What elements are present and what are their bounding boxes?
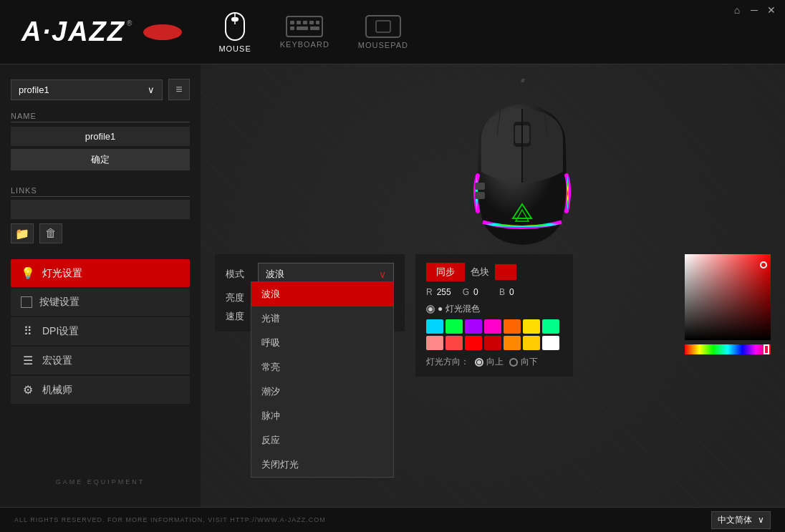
open-file-button[interactable]: 📁 (11, 223, 34, 243)
lighting-icon: 💡 (21, 266, 35, 280)
direction-down-label: 向下 (521, 356, 538, 368)
buttons-icon (21, 296, 32, 308)
direction-down-option[interactable]: 向下 (509, 356, 538, 368)
mouse-preview (458, 79, 587, 253)
color-cell-medred[interactable] (446, 336, 463, 350)
menu-item-dpi[interactable]: ⠿ DPI设置 (11, 317, 190, 345)
dropdown-item-wave[interactable]: 波浪 (251, 282, 393, 306)
dropdown-item-reaction[interactable]: 反应 (251, 428, 393, 453)
mixed-label: ● 灯光混色 (426, 303, 562, 315)
color-grid-row2 (426, 336, 562, 350)
dropdown-item-tide[interactable]: 潮汐 (251, 379, 393, 404)
color-cell-purple[interactable] (465, 319, 482, 334)
color-cell-teal[interactable] (542, 319, 559, 334)
links-input[interactable] (11, 200, 190, 219)
name-section-label: NAME (11, 112, 190, 122)
mousepad-nav-icon (365, 15, 401, 38)
minimize-button[interactable]: ─ (746, 2, 762, 18)
svg-rect-12 (310, 26, 319, 30)
sync-button[interactable]: 同步 (426, 263, 465, 281)
close-button[interactable]: ✕ (764, 2, 779, 18)
svg-rect-14 (376, 21, 390, 32)
links-actions: 📁 🗑 (11, 223, 190, 243)
trash-icon: 🗑 (45, 227, 57, 240)
mode-dropdown-menu: 波浪 光谱 呼吸 常亮 潮汐 脉冲 反应 关闭灯光 (251, 281, 394, 478)
svg-rect-8 (309, 21, 314, 24)
nav-item-mousepad[interactable]: MOUSEPAD (358, 15, 408, 49)
name-input[interactable] (11, 127, 190, 146)
color-cell-cyan[interactable] (426, 319, 443, 334)
game-equipment-label: GAME EQUIPMENT (11, 478, 190, 493)
mode-panel: 模式 波浪 ∨ 波浪 光谱 呼吸 常亮 潮汐 脉冲 反应 (215, 254, 405, 377)
mouse-svg (458, 79, 587, 251)
g-label: G (463, 287, 469, 297)
svg-rect-7 (303, 21, 307, 24)
profile-value: profile1 (19, 84, 49, 95)
color-cell-orange[interactable] (504, 319, 521, 334)
profile-menu-button[interactable]: ≡ (168, 79, 190, 100)
titlebar: ⌂ ─ ✕ (699, 0, 785, 20)
menu-item-buttons[interactable]: 按键设置 (11, 289, 190, 316)
dropdown-item-off[interactable]: 关闭灯光 (251, 453, 393, 477)
nav-item-keyboard[interactable]: KEYBOARD (280, 16, 329, 49)
confirm-button[interactable]: 确定 (11, 149, 190, 170)
mechanical-label: 机械师 (42, 384, 72, 397)
mode-value: 波浪 (266, 268, 284, 281)
svg-rect-3 (231, 17, 239, 21)
links-section: LINKS 📁 🗑 (11, 183, 190, 243)
nav-label-mousepad: MOUSEPAD (358, 41, 408, 49)
buttons-label: 按键设置 (39, 296, 80, 309)
menu-item-mechanical[interactable]: ⚙ 机械师 (11, 376, 190, 404)
radio-down-circle (509, 358, 518, 367)
mixed-radio[interactable] (426, 305, 435, 314)
color-cell-pink[interactable] (484, 319, 501, 334)
macro-label: 宏设置 (42, 354, 72, 367)
color-cell-red[interactable] (465, 336, 482, 350)
dropdown-item-solid[interactable]: 常亮 (251, 355, 393, 379)
svg-rect-9 (316, 21, 319, 24)
direction-up-option[interactable]: 向上 (475, 356, 504, 368)
content-area: 模式 波浪 ∨ 波浪 光谱 呼吸 常亮 潮汐 脉冲 反应 (201, 64, 785, 507)
color-cell-white[interactable] (542, 336, 559, 350)
direction-label: 灯光方向： (426, 356, 469, 368)
logo-mouse-icon (143, 24, 183, 40)
color-cell-darkred[interactable] (484, 336, 501, 350)
dropdown-item-pulse[interactable]: 脉冲 (251, 404, 393, 428)
mixed-text: ● 灯光混色 (438, 303, 480, 315)
radio-up-circle (475, 358, 483, 367)
svg-rect-10 (290, 26, 294, 30)
menu-items: 💡 灯光设置 按键设置 ⠿ DPI设置 ☰ 宏设置 ⚙ 机械师 (11, 259, 190, 404)
color-cell-amber[interactable] (504, 336, 521, 350)
color-cell-yellow[interactable] (523, 319, 540, 334)
mechanical-icon: ⚙ (21, 383, 35, 397)
mouse-nav-icon (224, 11, 246, 42)
delete-button[interactable]: 🗑 (39, 223, 62, 243)
home-button[interactable]: ⌂ (729, 2, 745, 18)
hue-bar[interactable] (685, 344, 771, 354)
dropdown-arrow-icon: ∨ (379, 269, 386, 280)
color-cell-green[interactable] (446, 319, 463, 334)
speed-label: 速度 (226, 310, 251, 323)
block-label: 色块 (471, 266, 489, 279)
menu-item-macro[interactable]: ☰ 宏设置 (11, 347, 190, 374)
g-value: 0 (473, 287, 495, 297)
language-value: 中文简体 (718, 514, 752, 526)
dropdown-item-breathe[interactable]: 呼吸 (251, 331, 393, 355)
dropdown-chevron: ∨ (148, 84, 155, 95)
color-picker-panel (685, 254, 771, 354)
color-cell-gold[interactable] (523, 336, 540, 350)
color-grid-row1 (426, 319, 562, 334)
nav-label-mouse: MOUSE (218, 44, 251, 53)
nav-item-mouse[interactable]: MOUSE (218, 11, 251, 53)
language-selector[interactable]: 中文简体 ∨ (711, 511, 771, 529)
brightness-label: 亮度 (226, 291, 251, 304)
lang-dropdown-arrow: ∨ (758, 515, 764, 525)
nav-label-keyboard: KEYBOARD (280, 40, 329, 49)
profile-dropdown[interactable]: profile1 ∨ (11, 79, 163, 100)
color-cell-lightred[interactable] (426, 336, 443, 350)
color-swatch[interactable] (495, 264, 516, 280)
color-picker-gradient[interactable] (685, 254, 771, 340)
svg-point-0 (143, 24, 182, 40)
dropdown-item-spectrum[interactable]: 光谱 (251, 306, 393, 331)
menu-item-lighting[interactable]: 💡 灯光设置 (11, 259, 190, 287)
